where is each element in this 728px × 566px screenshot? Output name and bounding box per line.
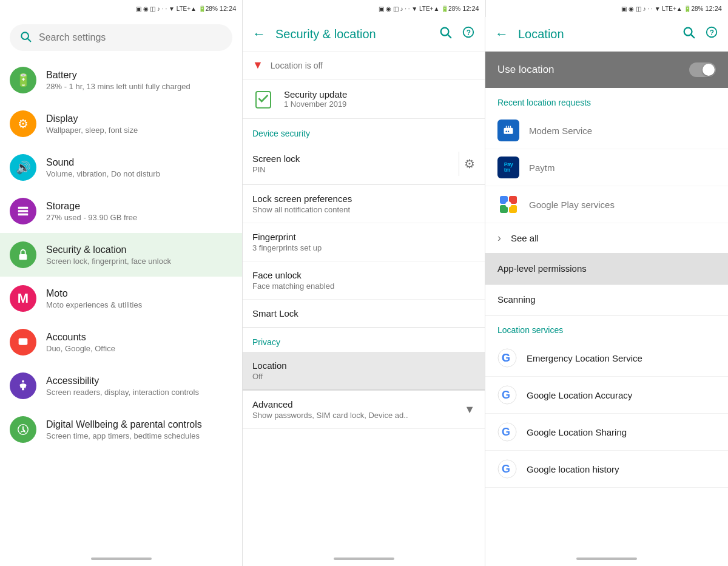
security-title: Security & location xyxy=(46,244,232,255)
svg-rect-3 xyxy=(18,210,29,212)
faceunlock-title: Face unlock xyxy=(252,270,475,280)
settings-item-battery[interactable]: 🔋 Battery 28% - 1 hr, 13 mins left until… xyxy=(0,58,242,102)
see-all-item[interactable]: › See all xyxy=(485,223,728,254)
svg-rect-20 xyxy=(506,126,507,128)
gear-icon[interactable]: ⚙ xyxy=(464,157,475,171)
paytm-name: Paytm xyxy=(529,163,555,173)
sound-title: Sound xyxy=(46,157,232,168)
digitalwellbeing-title: Digital Wellbeing & parental controls xyxy=(46,419,232,430)
settings-panel: Search settings 🔋 Battery 28% - 1 hr, 13… xyxy=(0,17,243,566)
help-icon-location[interactable]: ? xyxy=(705,25,718,42)
svg-text:G: G xyxy=(502,352,510,364)
svg-point-29 xyxy=(505,201,511,207)
menu-item-fingerprint[interactable]: Fingerprint 3 fingerprints set up xyxy=(243,223,485,261)
location-panel: ← Location ? Use location Recen xyxy=(485,17,728,566)
use-location-toggle[interactable] xyxy=(689,62,716,77)
history-service-name: Google location history xyxy=(527,464,619,474)
google-service-sharing[interactable]: G Google Location Sharing xyxy=(485,414,728,451)
settings-list: 🔋 Battery 28% - 1 hr, 13 mins left until… xyxy=(0,58,242,551)
menu-item-faceunlock[interactable]: Face unlock Face matching enabled xyxy=(243,261,485,300)
svg-rect-22 xyxy=(510,126,511,128)
status-bars: ▣ ◉ ◫ ♪ · · ▼ LTE+▲ 🔋28% 12:24 ▣ ◉ ◫ ♪ ·… xyxy=(0,0,728,17)
svg-text:G: G xyxy=(502,426,510,438)
settings-item-storage[interactable]: Storage 27% used - 93.90 GB free xyxy=(0,189,242,233)
app-level-banner[interactable]: App-level permissions xyxy=(485,254,728,285)
menu-item-advanced[interactable]: Advanced Show passwords, SIM card lock, … xyxy=(243,390,485,429)
app-item-modem[interactable]: Modem Service xyxy=(485,112,728,149)
location-off-banner[interactable]: ▼ Location is off xyxy=(243,52,485,79)
accessibility-text: Accessibility Screen readers, display, i… xyxy=(46,376,232,397)
use-location-label: Use location xyxy=(497,64,679,76)
back-arrow-security[interactable]: ← xyxy=(252,26,266,42)
faceunlock-subtitle: Face matching enabled xyxy=(252,281,475,291)
accuracy-service-name: Google Location Accuracy xyxy=(527,390,632,400)
panels: Search settings 🔋 Battery 28% - 1 hr, 13… xyxy=(0,17,728,566)
chevron-down-icon: ▼ xyxy=(252,59,263,72)
battery-title: Battery xyxy=(46,70,232,81)
google-service-history[interactable]: G Google location history xyxy=(485,451,728,488)
settings-item-digitalwellbeing[interactable]: Digital Wellbeing & parental controls Sc… xyxy=(0,408,242,451)
emergency-service-name: Emergency Location Service xyxy=(527,353,642,363)
home-bar-3 xyxy=(576,558,637,560)
security-subtitle: Screen lock, fingerprint, face unlock xyxy=(46,257,232,266)
back-arrow-location[interactable]: ← xyxy=(495,26,508,42)
svg-line-16 xyxy=(691,35,694,38)
settings-item-moto[interactable]: M Moto Moto experiences & utilities xyxy=(0,277,242,320)
display-title: Display xyxy=(46,113,232,124)
svg-point-24 xyxy=(508,130,510,132)
help-icon-security[interactable]: ? xyxy=(462,25,475,42)
googleplay-icon xyxy=(497,194,519,215)
menu-item-smartlock[interactable]: Smart Lock xyxy=(243,300,485,328)
accounts-subtitle: Duo, Google, Office xyxy=(46,344,232,353)
app-item-paytm[interactable]: Paytm Paytm xyxy=(485,149,728,186)
search-icon-security[interactable] xyxy=(439,25,452,42)
app-item-googleplay[interactable]: Google Play services xyxy=(485,186,728,223)
sharing-service-name: Google Location Sharing xyxy=(527,427,627,437)
search-icon-location[interactable] xyxy=(682,25,695,42)
menu-item-location[interactable]: Location Off xyxy=(243,352,485,390)
security-panel-title: Security & location xyxy=(275,27,429,41)
screenlock-subtitle: PIN xyxy=(252,165,454,174)
status-bar-1: ▣ ◉ ◫ ♪ · · ▼ LTE+▲ 🔋28% 12:24 xyxy=(0,0,243,17)
google-icon-history: G xyxy=(497,459,517,479)
scanning-item[interactable]: Scanning xyxy=(485,285,728,315)
svg-rect-5 xyxy=(19,254,27,260)
search-input[interactable]: Search settings xyxy=(39,32,223,43)
battery-text: Battery 28% - 1 hr, 13 mins left until f… xyxy=(46,70,232,91)
svg-line-11 xyxy=(448,35,451,38)
settings-item-accessibility[interactable]: Accessibility Screen readers, display, i… xyxy=(0,364,242,408)
use-location-banner: Use location xyxy=(485,52,728,88)
lockscreen-title: Lock screen preferences xyxy=(252,194,475,204)
screenlock-text: Screen lock PIN xyxy=(252,153,454,174)
security-update-subtitle: 1 November 2019 xyxy=(284,99,347,109)
faceunlock-text: Face unlock Face matching enabled xyxy=(252,270,475,291)
svg-rect-2 xyxy=(18,207,29,209)
device-security-header: Device security xyxy=(243,119,485,143)
search-icon xyxy=(19,30,32,45)
svg-rect-21 xyxy=(508,126,509,128)
menu-item-lockscreen[interactable]: Lock screen preferences Show all notific… xyxy=(243,185,485,223)
google-service-emergency[interactable]: G G Emergency Location Service xyxy=(485,340,728,377)
security-update-item[interactable]: Security update 1 November 2019 xyxy=(243,79,485,119)
search-bar[interactable]: Search settings xyxy=(10,24,232,51)
settings-item-accounts[interactable]: Accounts Duo, Google, Office xyxy=(0,320,242,364)
svg-text:?: ? xyxy=(710,29,714,37)
digitalwellbeing-subtitle: Screen time, app timers, bedtime schedul… xyxy=(46,431,232,440)
security-update-text: Security update 1 November 2019 xyxy=(284,89,347,109)
security-content: ▼ Location is off Security update 1 Nove… xyxy=(243,52,485,551)
menu-item-screenlock[interactable]: Screen lock PIN ⚙ xyxy=(243,143,485,185)
storage-text: Storage 27% used - 93.90 GB free xyxy=(46,201,232,222)
smartlock-text: Smart Lock xyxy=(252,308,475,318)
sound-subtitle: Volume, vibration, Do not disturb xyxy=(46,169,232,178)
modem-icon xyxy=(497,120,519,141)
home-indicator-2 xyxy=(243,551,485,566)
see-all-text: See all xyxy=(511,233,539,243)
settings-item-security[interactable]: Security & location Screen lock, fingerp… xyxy=(0,233,242,277)
advanced-subtitle: Show passwords, SIM card lock, Device ad… xyxy=(252,411,464,420)
settings-item-sound[interactable]: 🔊 Sound Volume, vibration, Do not distur… xyxy=(0,146,242,189)
google-service-accuracy[interactable]: G Google Location Accuracy xyxy=(485,377,728,414)
settings-item-display[interactable]: ⚙ Display Wallpaper, sleep, font size xyxy=(0,102,242,146)
storage-title: Storage xyxy=(46,201,232,212)
sound-icon: 🔊 xyxy=(10,154,36,181)
display-icon: ⚙ xyxy=(10,110,36,137)
